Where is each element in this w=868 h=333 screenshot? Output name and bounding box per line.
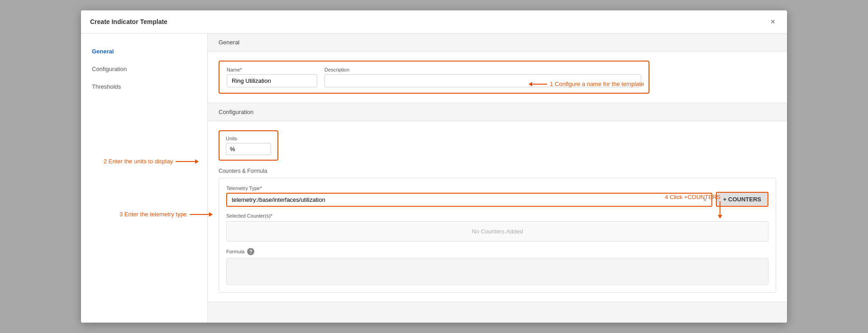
sidebar-item-general[interactable]: General (81, 43, 207, 60)
sidebar-item-configuration[interactable]: Configuration (81, 60, 207, 78)
general-section-body: Name* Description (208, 52, 787, 103)
desc-label: Description (324, 67, 641, 72)
main-content: General Name* Description (208, 33, 787, 323)
clear-telemetry-button[interactable]: × (701, 197, 709, 203)
formula-label-row: Formula ? (226, 248, 768, 255)
general-section: General Name* Description (208, 33, 787, 103)
counters-inner: Telemetry Type* × + COUNTERS (219, 178, 776, 293)
units-box: Units (219, 130, 278, 161)
telemetry-label: Telemetry Type* (226, 186, 712, 191)
configuration-section-header: Configuration (208, 103, 787, 121)
counters-formula-label: Counters & Formula (219, 168, 776, 174)
telemetry-row: Telemetry Type* × + COUNTERS (226, 186, 768, 207)
telemetry-group: Telemetry Type* × (226, 186, 712, 207)
modal-title: Create Indicator Template (90, 18, 167, 25)
close-button[interactable]: × (768, 17, 778, 27)
general-section-header: General (208, 33, 787, 52)
create-indicator-modal: Create Indicator Template × General Conf… (81, 10, 787, 323)
counters-formula-section: Counters & Formula Telemetry Type* (219, 168, 776, 293)
formula-help-icon[interactable]: ? (247, 248, 254, 255)
modal-header: Create Indicator Template × (81, 10, 787, 33)
telemetry-input[interactable] (230, 194, 701, 206)
name-input[interactable] (227, 74, 317, 87)
desc-input[interactable] (324, 74, 641, 87)
configuration-section: Configuration Units Counters & Formula (208, 103, 787, 302)
telemetry-input-wrapper: × (226, 193, 712, 207)
name-group: Name* (227, 67, 317, 87)
configuration-section-body: Units Counters & Formula (208, 121, 787, 302)
desc-group: Description (324, 67, 641, 87)
selected-counters-label: Selected Counter(s)* (226, 213, 768, 219)
no-counters-text: No Counters Added (472, 228, 523, 235)
name-label: Name* (227, 67, 317, 72)
selected-counters-box: No Counters Added (226, 221, 768, 242)
name-desc-box: Name* Description (219, 61, 649, 94)
units-label: Units (226, 136, 271, 141)
formula-box[interactable] (226, 258, 768, 285)
modal-body: General Configuration Thresholds General (81, 33, 787, 323)
sidebar-item-thresholds[interactable]: Thresholds (81, 78, 207, 95)
sidebar: General Configuration Thresholds (81, 33, 208, 323)
units-input[interactable] (226, 143, 271, 155)
counters-button[interactable]: + COUNTERS (716, 192, 768, 207)
